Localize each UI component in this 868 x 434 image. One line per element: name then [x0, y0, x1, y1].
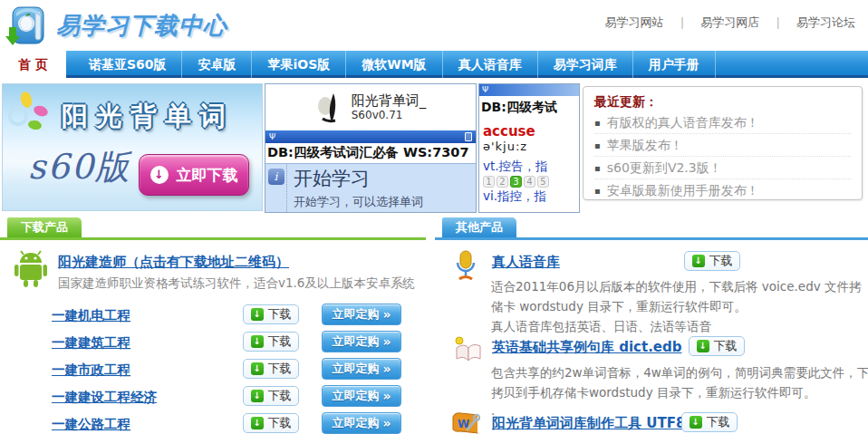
antenna-icon: Ψ	[482, 85, 488, 94]
page-number-active: 3	[510, 176, 522, 188]
download-arrow-icon: ↓	[697, 340, 709, 352]
order-label: 立即定购	[332, 388, 379, 404]
sentence-db-link[interactable]: 英语基础共享例句库 dict.edb	[492, 339, 682, 356]
update-item[interactable]: ▪苹果版发布！	[594, 134, 851, 157]
page-number: 4	[524, 176, 535, 188]
main-nav: 首 页 诺基亚S60版 安卓版 苹果iOS版 微软WM版 真人语音库 易学习词库…	[0, 51, 868, 78]
update-item[interactable]: ▪有版权的真人语音库发布！	[594, 111, 851, 134]
logo-text: 易学习下载中心	[56, 10, 227, 42]
download-button[interactable]: ↓ 下载	[243, 413, 299, 433]
product-description: 国家建造师职业资格考试练习软件，适合v1.6及以上版本安卓系统	[58, 275, 415, 292]
header-link-forum[interactable]: 易学习论坛	[796, 14, 855, 31]
download-label: 下载	[709, 253, 733, 269]
header-links: 易学习网站 ｜ 易学习网店 ｜ 易学习论坛	[605, 14, 855, 31]
nav-item-s60[interactable]: 诺基亚S60版	[73, 51, 183, 78]
order-label: 立即定购	[332, 306, 379, 323]
header-link-store[interactable]: 易学习网店	[700, 14, 759, 31]
download-arrow-icon: ↓	[251, 417, 264, 429]
nav-item-home[interactable]: 首 页	[0, 51, 66, 78]
order-now-button[interactable]: 立即定购 »	[322, 358, 401, 380]
menu-item-subtext: 开始学习，可以选择单词	[294, 194, 423, 210]
download-button[interactable]: ↓ 下载	[243, 304, 299, 324]
download-arrow-icon: ↓	[251, 390, 264, 402]
info-icon: i	[268, 169, 285, 185]
bullet-icon: ▪	[594, 140, 601, 150]
item-link[interactable]: 一建建设工程经济	[52, 389, 157, 406]
download-button[interactable]: ↓ 下载	[684, 251, 740, 271]
section-tab-downloads[interactable]: 下载产品	[7, 217, 82, 237]
bullet-icon: ▪	[594, 163, 601, 173]
download-arrow-icon: ↓	[692, 255, 705, 267]
download-row: 一建建筑工程 ↓ 下载 立即定购 »	[0, 332, 426, 355]
download-arrow-icon: ↓	[251, 308, 264, 321]
download-button[interactable]: ↓ 下载	[243, 332, 299, 352]
order-now-button[interactable]: 立即定购 »	[322, 331, 401, 352]
download-button[interactable]: ↓ 下载	[689, 336, 745, 356]
promo-banner[interactable]: 阳光背单词 s60版 ↓ 立即下载	[2, 83, 263, 211]
battery-icon	[465, 132, 472, 141]
order-now-button[interactable]: 立即定购 »	[322, 385, 401, 407]
section-tab-others[interactable]: 其他产品	[442, 217, 516, 237]
download-row: 一建市政工程 ↓ 下载 立即定购 »	[0, 359, 426, 382]
download-arrow-icon: ↓	[251, 335, 264, 348]
download-label: 下载	[268, 306, 292, 323]
download-row: 一建公路工程 ↓ 下载 立即定购 »	[0, 413, 426, 434]
android-icon	[13, 250, 49, 288]
logo[interactable]: 易学习下载中心	[5, 4, 227, 47]
item-link[interactable]: 一建市政工程	[52, 362, 130, 379]
item-description: 适合2011年06月以后版本的软件使用，下载后将 voice.edv 文件拷	[491, 279, 862, 295]
open-book-icon	[453, 335, 484, 362]
nav-item-manual[interactable]: 用户手册	[633, 51, 716, 78]
download-arrow-icon: ↓	[150, 166, 169, 184]
vocab-word: accuse	[479, 118, 579, 140]
order-label: 立即定购	[332, 333, 379, 350]
download-label: 下载	[707, 414, 730, 430]
header-link-website[interactable]: 易学习网站	[605, 14, 664, 31]
page-number: 2	[497, 176, 508, 188]
page-number: 5	[537, 176, 549, 188]
nav-item-voice[interactable]: 真人语音库	[443, 51, 538, 78]
update-item[interactable]: ▪s60更新到V2.3版！	[594, 157, 851, 179]
download-button[interactable]: ↓ 下载	[681, 412, 738, 432]
phone-screenshot-2: Ψ DB:四级考试 accuse ə'kju:z vt.控告，指 1 2 3 4…	[478, 83, 580, 213]
item-description: 储卡 wordstudy 目录下，重新运行软件即可。	[491, 299, 747, 315]
nav-item-wm[interactable]: 微软WM版	[346, 51, 442, 78]
pagination: 1 2 3 4 5	[479, 175, 579, 188]
separator: ｜	[677, 14, 689, 31]
updates-title: 最近更新：	[594, 92, 851, 111]
order-now-button[interactable]: 立即定购 »	[322, 412, 401, 434]
dict-maker-link[interactable]: 阳光背单词词库制作工具 UTF8	[492, 415, 685, 432]
order-label: 立即定购	[332, 415, 379, 431]
download-label: 下载	[268, 333, 292, 350]
banner-download-label: 立即下载	[177, 165, 238, 186]
download-arrow-icon: ↓	[690, 416, 702, 429]
chevron-right-icon: »	[382, 389, 391, 403]
item-link[interactable]: 一建建筑工程	[52, 334, 130, 352]
item-link[interactable]: 一建公路工程	[52, 416, 130, 433]
phone-screenshot-1: 阳光背单词_ S60v0.71 Ψ DB:四级考试词汇必备 WS:7307 i …	[265, 83, 477, 213]
order-label: 立即定购	[332, 361, 379, 377]
voice-library-link[interactable]: 真人语音库	[492, 254, 560, 271]
order-now-button[interactable]: 立即定购 »	[322, 304, 401, 325]
banner-title: 阳光背单词	[3, 99, 262, 135]
header: 易学习下载中心 易学习网站 ｜ 易学习网店 ｜ 易学习论坛	[0, 0, 868, 51]
nav-item-android[interactable]: 安卓版	[182, 51, 252, 78]
main-content: 下载产品 阳光建造师（点击有下载地址二维码） 国家建造师职业资格考试练习软件，适…	[0, 217, 868, 434]
product-link-builder[interactable]: 阳光建造师（点击有下载地址二维码）	[58, 254, 289, 271]
page-number: 1	[483, 176, 495, 188]
microphone-icon	[453, 250, 478, 281]
bullet-icon: ▪	[594, 186, 601, 196]
download-products-column: 下载产品 阳光建造师（点击有下载地址二维码） 国家建造师职业资格考试练习软件，适…	[0, 217, 426, 434]
vocab-meaning-2: vi.指控，指	[479, 188, 579, 205]
download-button[interactable]: ↓ 下载	[243, 359, 299, 379]
vocab-phonetic: ə'kju:z	[479, 140, 579, 153]
update-item[interactable]: ▪安卓版最新使用手册发布！	[594, 179, 851, 200]
download-button[interactable]: ↓ 下载	[243, 386, 299, 406]
banner-download-button[interactable]: ↓ 立即下载	[139, 154, 249, 196]
update-text: s60更新到V2.3版！	[607, 160, 722, 175]
nav-item-ios[interactable]: 苹果iOS版	[252, 51, 346, 78]
item-description: 包含共享的约2w单词音标，4w单词的例句，简明词典需要此文件，下	[491, 365, 868, 381]
item-link[interactable]: 一建机电工程	[52, 307, 130, 324]
bullet-icon: ▪	[594, 118, 601, 128]
nav-item-dict[interactable]: 易学习词库	[538, 51, 633, 78]
